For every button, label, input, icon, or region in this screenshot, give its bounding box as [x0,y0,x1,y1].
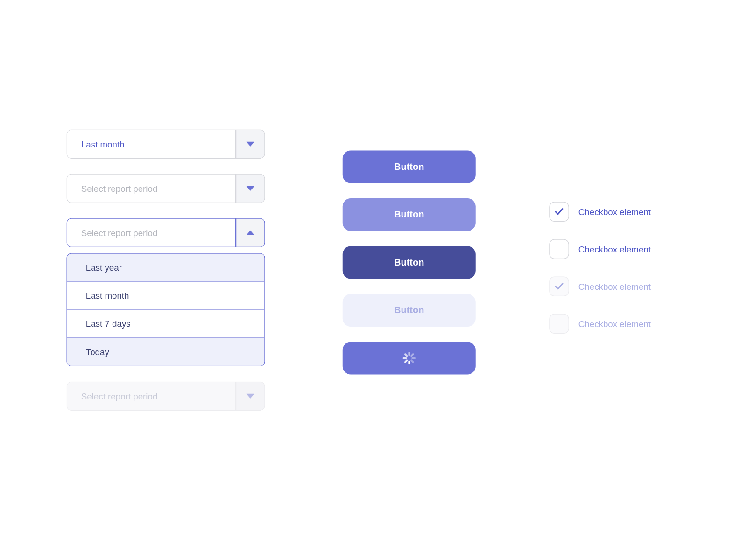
chevron-down-icon [247,394,255,399]
checkbox-label: Checkbox element [578,281,651,291]
dropdown-option[interactable]: Last year [67,254,265,282]
button-hover[interactable]: Button [343,198,476,231]
spinner-icon [402,350,417,366]
dropdown-caret[interactable] [236,174,265,203]
button-disabled: Button [343,294,476,327]
dropdown-options-list: Last year Last month Last 7 days Today [67,253,265,367]
checkbox-label: Checkbox element [578,207,651,217]
dropdown-value: Last month [67,130,236,159]
checkbox-box [549,277,569,297]
button-loading [343,342,476,375]
dropdown-placeholder-text: Select report period [67,382,236,411]
button-primary[interactable]: Button [343,151,476,183]
chevron-down-icon [247,186,255,191]
checkbox-box [549,314,569,334]
chevron-up-icon [247,231,255,235]
dropdown-caret[interactable] [236,218,265,248]
checkbox-checked[interactable]: Checkbox element [549,202,651,222]
checkbox-unchecked[interactable]: Checkbox element [549,239,651,259]
dropdown-caret[interactable] [236,130,265,159]
dropdown-placeholder-text: Select report period [67,218,236,248]
dropdown-open[interactable]: Select report period [67,218,265,248]
checkbox-box[interactable] [549,202,569,222]
checkbox-checked-disabled: Checkbox element [549,277,651,297]
dropdown-open-wrapper: Select report period Last year Last mont… [67,218,265,367]
dropdown-caret [236,382,265,411]
checkbox-box[interactable] [549,239,569,259]
chevron-down-icon [247,142,255,147]
check-icon [555,282,564,291]
checkbox-label: Checkbox element [578,244,651,254]
dropdown-placeholder[interactable]: Select report period [67,174,265,203]
check-icon [555,207,564,217]
dropdown-selected[interactable]: Last month [67,130,265,159]
dropdown-option[interactable]: Today [67,338,265,366]
checkbox-label: Checkbox element [578,319,651,329]
dropdown-option[interactable]: Last month [67,282,265,310]
button-active[interactable]: Button [343,246,476,279]
dropdown-option[interactable]: Last 7 days [67,310,265,338]
checkbox-unchecked-disabled: Checkbox element [549,314,651,334]
dropdown-placeholder-text: Select report period [67,174,236,203]
dropdown-disabled: Select report period [67,382,265,411]
